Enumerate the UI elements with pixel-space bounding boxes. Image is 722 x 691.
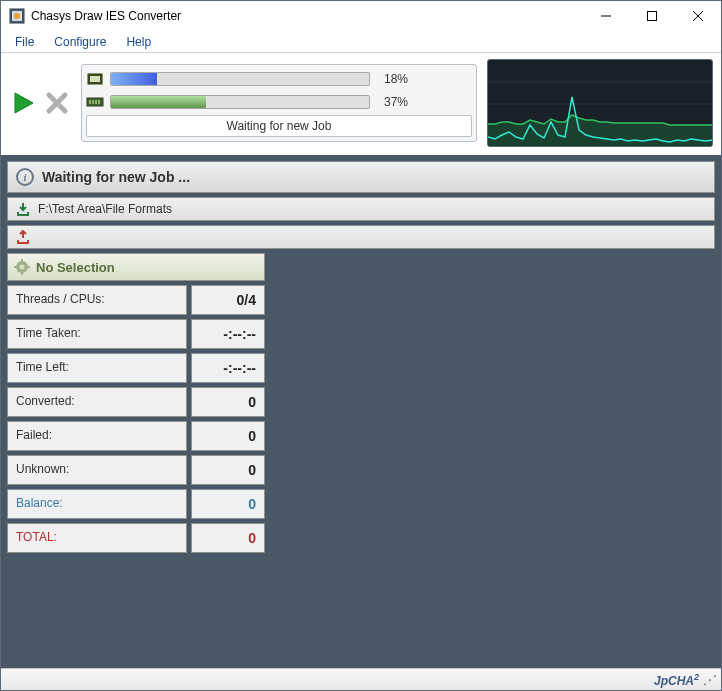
preview-panel — [271, 253, 715, 662]
stat-taken: Time Taken: -:--:-- — [7, 319, 265, 349]
stat-total-value: 0 — [191, 523, 265, 553]
svg-rect-25 — [27, 266, 30, 268]
perf-graph — [487, 59, 713, 147]
content-row: No Selection Threads / CPUs: 0/4 Time Ta… — [7, 253, 715, 662]
menu-file[interactable]: File — [5, 33, 44, 51]
stat-left-label: Time Left: — [7, 353, 187, 383]
svg-point-21 — [20, 265, 25, 270]
input-path-row[interactable]: F:\Test Area\File Formats — [7, 197, 715, 221]
menu-help[interactable]: Help — [116, 33, 161, 51]
mem-row: 37% — [86, 92, 472, 112]
input-path: F:\Test Area\File Formats — [38, 202, 172, 216]
svg-rect-22 — [21, 259, 23, 262]
window-title: Chasys Draw IES Converter — [31, 9, 583, 23]
progress-area: 18% 37% Waiting for new Job — [81, 64, 477, 142]
download-icon — [16, 202, 30, 216]
upload-icon — [16, 230, 30, 244]
stat-balance-value: 0 — [191, 489, 265, 519]
resize-grip[interactable]: ⋰ — [703, 673, 715, 687]
svg-rect-24 — [14, 266, 17, 268]
stat-converted: Converted: 0 — [7, 387, 265, 417]
stat-unknown-label: Unknown: — [7, 455, 187, 485]
menubar: File Configure Help — [1, 31, 721, 53]
brand: JpCHA2 — [654, 672, 699, 688]
selection-header: No Selection — [7, 253, 265, 281]
stat-failed-value: 0 — [191, 421, 265, 451]
maximize-button[interactable] — [629, 1, 675, 31]
gear-icon — [14, 259, 30, 275]
main-area: i Waiting for new Job ... F:\Test Area\F… — [1, 155, 721, 668]
titlebar: Chasys Draw IES Converter — [1, 1, 721, 31]
stat-balance: Balance: 0 — [7, 489, 265, 519]
stat-threads-value: 0/4 — [191, 285, 265, 315]
cpu-progress — [110, 72, 370, 86]
svg-rect-4 — [648, 12, 657, 21]
memory-icon — [86, 95, 104, 109]
stat-total: TOTAL: 0 — [7, 523, 265, 553]
cpu-icon — [86, 72, 104, 86]
stat-left: Time Left: -:--:-- — [7, 353, 265, 383]
job-status: Waiting for new Job — [86, 115, 472, 137]
mem-percent: 37% — [384, 95, 408, 109]
svg-rect-23 — [21, 272, 23, 275]
svg-rect-11 — [90, 76, 100, 82]
mem-progress — [110, 95, 370, 109]
status-header-text: Waiting for new Job ... — [42, 169, 190, 185]
status-header: i Waiting for new Job ... — [7, 161, 715, 193]
svg-rect-13 — [89, 100, 91, 104]
info-icon: i — [16, 168, 34, 186]
cpu-row: 18% — [86, 69, 472, 89]
menu-configure[interactable]: Configure — [44, 33, 116, 51]
footer: JpCHA2 ⋰ — [1, 668, 721, 690]
cpu-percent: 18% — [384, 72, 408, 86]
top-panel: 18% 37% Waiting for new Job — [1, 53, 721, 155]
svg-rect-16 — [98, 100, 100, 104]
stat-balance-label: Balance: — [7, 489, 187, 519]
stat-threads: Threads / CPUs: 0/4 — [7, 285, 265, 315]
stat-total-label: TOTAL: — [7, 523, 187, 553]
stat-unknown-value: 0 — [191, 455, 265, 485]
stat-failed: Failed: 0 — [7, 421, 265, 451]
stat-converted-label: Converted: — [7, 387, 187, 417]
stat-taken-value: -:--:-- — [191, 319, 265, 349]
svg-point-2 — [14, 13, 20, 19]
stat-failed-label: Failed: — [7, 421, 187, 451]
app-icon — [9, 8, 25, 24]
stat-left-value: -:--:-- — [191, 353, 265, 383]
svg-rect-15 — [95, 100, 97, 104]
stop-button[interactable] — [43, 89, 71, 117]
selection-header-text: No Selection — [36, 260, 115, 275]
stat-converted-value: 0 — [191, 387, 265, 417]
controls — [9, 89, 71, 117]
svg-marker-7 — [15, 93, 33, 113]
stats-panel: No Selection Threads / CPUs: 0/4 Time Ta… — [7, 253, 265, 662]
svg-rect-14 — [92, 100, 94, 104]
output-path-row[interactable] — [7, 225, 715, 249]
stat-threads-label: Threads / CPUs: — [7, 285, 187, 315]
play-button[interactable] — [9, 89, 37, 117]
stat-taken-label: Time Taken: — [7, 319, 187, 349]
minimize-button[interactable] — [583, 1, 629, 31]
stat-unknown: Unknown: 0 — [7, 455, 265, 485]
close-button[interactable] — [675, 1, 721, 31]
